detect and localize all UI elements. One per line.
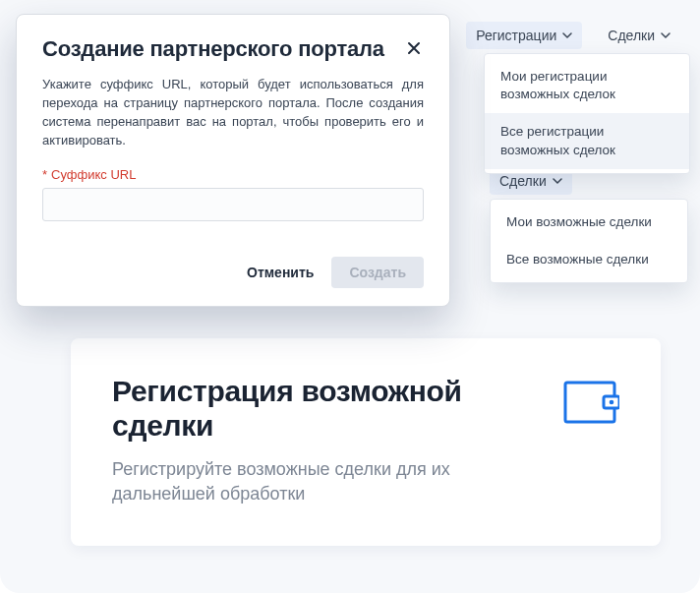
reg-menu-item-all[interactable]: Все регистрации возможных сделок bbox=[485, 113, 689, 168]
url-suffix-input[interactable] bbox=[42, 188, 424, 221]
reg-menu-item-my[interactable]: Мои регистрации возможных сделок bbox=[485, 58, 689, 113]
deals-menu-item-my[interactable]: Мои возможные сделки bbox=[491, 204, 687, 241]
chevron-down-icon bbox=[661, 30, 671, 40]
wallet-icon bbox=[562, 380, 619, 427]
close-button[interactable] bbox=[404, 38, 424, 58]
close-icon bbox=[406, 40, 422, 56]
top-dropdown-bar: Регистрации Сделки bbox=[466, 22, 680, 49]
registrations-menu: Мои регистрации возможных сделок Все рег… bbox=[484, 53, 690, 174]
registrations-dropdown[interactable]: Регистрации bbox=[466, 22, 582, 49]
svg-point-2 bbox=[610, 400, 614, 405]
modal-title: Создание партнерского портала bbox=[42, 36, 384, 62]
promo-subtitle: Регистрируйте возможные сделки для их да… bbox=[112, 457, 535, 506]
create-button[interactable]: Создать bbox=[331, 257, 424, 288]
deals-menu: Мои возможные сделки Все возможные сделк… bbox=[490, 199, 688, 283]
chevron-down-icon bbox=[562, 30, 572, 40]
promo-text: Регистрация возможной сделки Регистрируй… bbox=[112, 374, 535, 506]
modal-footer: Отменить Создать bbox=[42, 257, 424, 288]
deals-dropdown-label: Сделки bbox=[499, 173, 547, 189]
deal-registration-card: Регистрация возможной сделки Регистрируй… bbox=[71, 338, 661, 546]
modal-description: Укажите суффикс URL, который будет испол… bbox=[42, 76, 424, 149]
url-suffix-label-text: Суффикс URL bbox=[51, 167, 136, 182]
required-mark: * bbox=[42, 167, 47, 182]
deals-menu-item-all[interactable]: Все возможные сделки bbox=[491, 241, 687, 278]
deals-dropdown-top-label: Сделки bbox=[608, 28, 655, 43]
registrations-dropdown-label: Регистрации bbox=[476, 28, 556, 43]
cancel-button[interactable]: Отменить bbox=[247, 265, 314, 280]
promo-title: Регистрация возможной сделки bbox=[112, 374, 535, 444]
create-partner-portal-modal: Создание партнерского портала Укажите су… bbox=[16, 14, 450, 307]
modal-header: Создание партнерского портала bbox=[42, 36, 424, 62]
chevron-down-icon bbox=[553, 176, 562, 186]
deals-dropdown-top[interactable]: Сделки bbox=[598, 22, 680, 49]
url-suffix-label: * Суффикс URL bbox=[42, 167, 424, 182]
